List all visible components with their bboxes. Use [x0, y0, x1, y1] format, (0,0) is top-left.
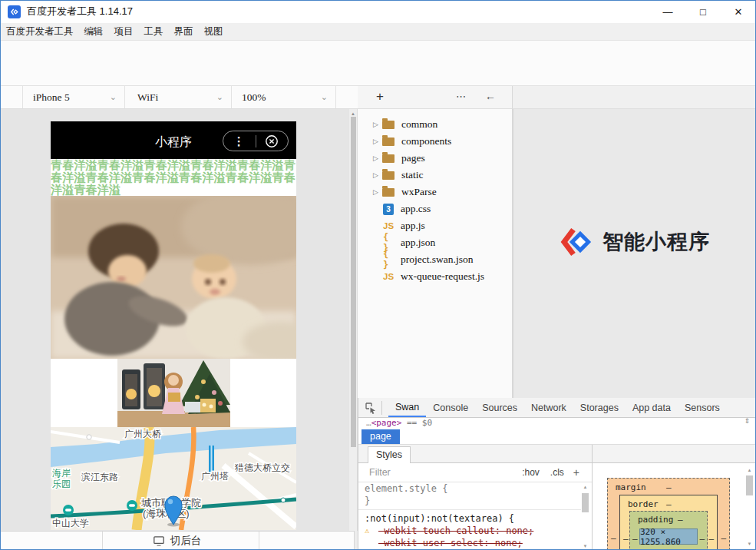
- title-bar: 百度开发者工具 1.14.17 — □ ✕: [0, 0, 756, 23]
- menu-item-interface[interactable]: 界面: [174, 25, 193, 38]
- chevron-down-icon: ⌄: [216, 92, 223, 102]
- map-view[interactable]: 广州大桥 滨江东路 广州塔 猎德大桥立交 城市职业学院 (海珠校区) 中山大学 …: [51, 427, 296, 530]
- right-panel-header: [513, 86, 756, 109]
- folder-icon: [382, 171, 395, 180]
- simulator-scrollbar[interactable]: ▲: [349, 109, 358, 531]
- smart-program-logo-icon: [560, 226, 593, 258]
- tree-file-appjson[interactable]: { } app.json: [358, 234, 511, 251]
- js-file-icon: JS: [383, 221, 395, 230]
- svg-text:广州大桥: 广州大桥: [124, 429, 161, 439]
- tree-folder-static[interactable]: ▷ static: [358, 167, 511, 184]
- tab-appdata[interactable]: App data: [626, 399, 678, 416]
- styles-filter-input[interactable]: [368, 466, 470, 479]
- menu-item-view[interactable]: 视图: [204, 25, 223, 38]
- monitor-icon: [153, 535, 165, 547]
- menu-bar: 百度开发者工具 编辑 项目 工具 界面 视图: [0, 23, 756, 41]
- device-select[interactable]: iPhone 5 ⌄: [23, 86, 125, 108]
- styles-scrollbar[interactable]: ▲ ▼: [580, 483, 590, 550]
- expander-icon[interactable]: ▷: [373, 188, 382, 196]
- device-bar: iPhone 5 ⌄ WiFi ⌄ 100% ⌄: [0, 86, 358, 109]
- window-title: 百度开发者工具 1.14.17: [27, 5, 133, 18]
- box-model-margin[interactable]: margin – – – border – – – padding – – – …: [607, 478, 730, 550]
- brand-name: 智能小程序: [602, 228, 710, 256]
- dom-scroll-icon[interactable]: ⇕: [744, 417, 750, 425]
- menu-item-app[interactable]: 百度开发者工具: [6, 25, 74, 38]
- tree-file-appcss[interactable]: 3 app.css: [358, 200, 511, 217]
- devtools-panel: Swan Console Sources Network Storages Ap…: [358, 398, 756, 550]
- children-photo: [51, 196, 296, 359]
- add-file-button[interactable]: +: [376, 89, 384, 104]
- collapse-panel-button[interactable]: ←: [485, 90, 496, 102]
- not-input-rule[interactable]: :not(input):not(textarea) {: [358, 512, 581, 525]
- chevron-down-icon: ⌄: [321, 92, 328, 102]
- tree-file-appjs[interactable]: JS app.js: [358, 217, 511, 234]
- struck-property: ⚠ -webkit-touch-callout: none;: [358, 525, 581, 537]
- svg-text:滨江东路: 滨江东路: [81, 472, 118, 482]
- breadcrumb-page[interactable]: page: [361, 429, 400, 444]
- tree-file-wxqueuerequestjs[interactable]: JS wx-queue-request.js: [358, 268, 511, 285]
- tab-storages[interactable]: Storages: [573, 399, 626, 416]
- box-model-pane: margin – – – border – – – padding – – – …: [592, 445, 756, 550]
- box-model-padding[interactable]: padding – – – 320 × 1255.860: [629, 511, 708, 550]
- svg-text:海岸: 海岸: [52, 468, 71, 479]
- brand-area: 智能小程序: [513, 109, 756, 398]
- tree-folder-common[interactable]: ▷ common: [358, 116, 511, 133]
- warning-icon: ⚠: [365, 525, 369, 537]
- devtools-tab-bar: Swan Console Sources Network Storages Ap…: [358, 398, 756, 418]
- more-actions-button[interactable]: ⋯: [456, 91, 467, 102]
- menu-item-edit[interactable]: 编辑: [84, 25, 104, 38]
- toggle-classes[interactable]: .cls: [550, 467, 564, 478]
- scrollbar-thumb[interactable]: [351, 117, 356, 447]
- css-file-icon: 3: [383, 204, 394, 215]
- menu-item-tools[interactable]: 工具: [144, 25, 163, 38]
- boxmodel-scrollbar[interactable]: ▲ ▼: [744, 466, 754, 548]
- styles-pane: Styles :hov .cls + element.style { } :no…: [358, 445, 592, 550]
- svg-text:猎德大桥立交: 猎德大桥立交: [234, 462, 290, 473]
- box-model-border[interactable]: border – – – padding – – – 320 × 1255.86…: [619, 495, 718, 550]
- marquee-text: 青春洋溢青春洋溢青春洋溢青春洋溢青春洋溢青春洋溢青春洋溢青春洋溢青春洋溢青春洋溢…: [51, 159, 296, 196]
- close-button[interactable]: ✕: [721, 1, 756, 23]
- tab-network[interactable]: Network: [524, 399, 573, 416]
- new-style-rule-button[interactable]: +: [573, 466, 579, 479]
- network-select[interactable]: WiFi ⌄: [125, 86, 232, 108]
- tab-sources[interactable]: Sources: [475, 399, 524, 416]
- minimize-button[interactable]: —: [650, 1, 685, 23]
- toggle-hover-state[interactable]: :hov: [522, 467, 540, 478]
- tab-console[interactable]: Console: [426, 399, 475, 416]
- dom-breadcrumb-bar: page: [358, 429, 756, 445]
- zoom-select[interactable]: 100% ⌄: [232, 86, 336, 108]
- maximize-button[interactable]: □: [685, 1, 721, 23]
- tree-folder-components[interactable]: ▷ components: [358, 133, 511, 150]
- tab-swan[interactable]: Swan: [388, 398, 426, 417]
- folder-icon: [382, 121, 395, 129]
- background-switch-bar[interactable]: 切后台: [0, 531, 355, 550]
- app-logo-icon: [8, 5, 21, 18]
- photo-section: [51, 359, 296, 427]
- menu-kebab-icon[interactable]: ⋮: [223, 134, 256, 148]
- svg-text:中山大学: 中山大学: [52, 518, 89, 528]
- folder-icon: [382, 138, 395, 146]
- tree-folder-wxparse[interactable]: ▷ wxParse: [358, 184, 511, 200]
- expander-icon[interactable]: ▷: [373, 121, 382, 128]
- capsule-menu: ⋮: [223, 131, 289, 151]
- tree-folder-pages[interactable]: ▷ pages: [358, 150, 511, 167]
- inspect-element-button[interactable]: [358, 401, 381, 414]
- expander-icon[interactable]: ▷: [373, 154, 382, 162]
- toolbar: 登录 模拟器 </> 编辑器 调试器 普通编译 ⌄ C 编译 清缓存: [0, 41, 756, 86]
- tree-file-projectswanjson[interactable]: { } project.swan.json: [358, 251, 511, 268]
- style-rules: element.style { } :not(input):not(textar…: [358, 482, 581, 550]
- file-panel-header: + ⋯ ←: [358, 86, 513, 109]
- mini-program-navbar: 小程序 ⋮: [51, 121, 296, 159]
- dom-selected-element[interactable]: …<page> == $0: [358, 418, 756, 429]
- expander-icon[interactable]: ▷: [373, 138, 382, 145]
- scroll-up-icon[interactable]: ▲: [349, 111, 357, 116]
- chevron-down-icon: ⌄: [110, 92, 117, 102]
- box-model-content[interactable]: 320 × 1255.860: [639, 528, 698, 545]
- close-circle-icon[interactable]: [256, 134, 289, 148]
- element-style-rule[interactable]: element.style {: [358, 482, 581, 495]
- tab-styles[interactable]: Styles: [368, 446, 411, 463]
- expander-icon[interactable]: ▷: [373, 171, 382, 179]
- menu-item-project[interactable]: 项目: [114, 25, 134, 38]
- struck-property: -webkit-user-select: none;: [358, 537, 581, 549]
- tab-sensors[interactable]: Sensors: [678, 399, 727, 416]
